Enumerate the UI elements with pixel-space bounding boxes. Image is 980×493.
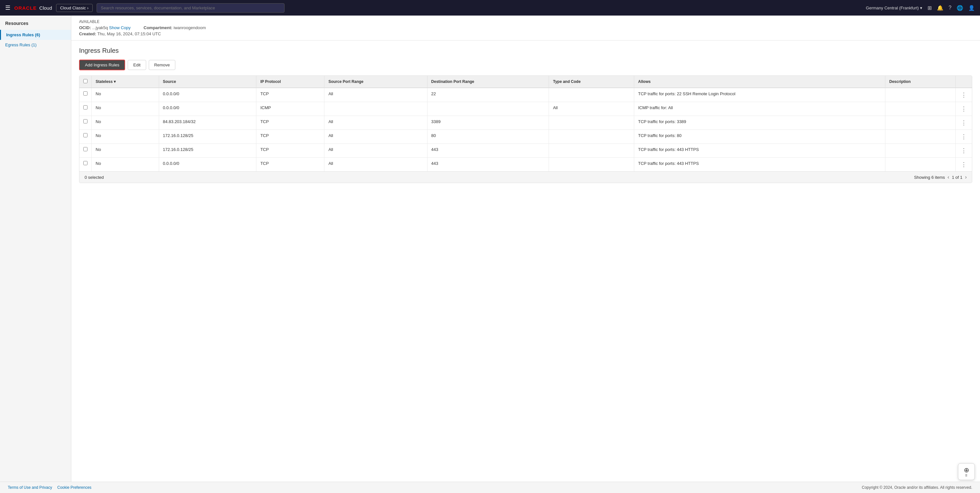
row-ip-protocol-2: TCP bbox=[256, 116, 325, 130]
info-bar: AVAILABLE OCID: ...jyak5q Show Copy Comp… bbox=[71, 16, 980, 41]
row-source-port-range-2: All bbox=[325, 116, 427, 130]
row-description-0 bbox=[885, 88, 955, 102]
table-row: No 0.0.0.0/0 TCP All 443 TCP traffic for… bbox=[80, 158, 972, 172]
add-ingress-rules-button[interactable]: Add Ingress Rules bbox=[79, 60, 125, 70]
row-stateless-4: No bbox=[92, 144, 159, 158]
language-icon[interactable]: 🌐 bbox=[957, 5, 963, 11]
row-checkbox-1[interactable] bbox=[83, 105, 88, 109]
row-checkbox-5[interactable] bbox=[83, 161, 88, 165]
copy-link[interactable]: Copy bbox=[121, 25, 130, 30]
row-type-and-code-4 bbox=[549, 144, 634, 158]
row-destination-port-range-2: 3389 bbox=[427, 116, 549, 130]
help-icon[interactable]: ? bbox=[948, 5, 951, 11]
sidebar-item-egress[interactable]: Egress Rules (1) bbox=[0, 40, 71, 50]
table-row: No 0.0.0.0/0 TCP All 22 TCP traffic for … bbox=[80, 88, 972, 102]
row-destination-port-range-3: 80 bbox=[427, 130, 549, 144]
row-checkbox-cell bbox=[80, 116, 92, 130]
page-info: 1 of 1 bbox=[952, 175, 963, 180]
row-allows-3: TCP traffic for ports: 80 bbox=[634, 130, 885, 144]
cookie-link[interactable]: Cookie Preferences bbox=[57, 485, 91, 490]
row-action-menu-2[interactable]: ⋮ bbox=[959, 119, 968, 126]
search-input[interactable] bbox=[97, 3, 285, 13]
pagination: Showing 6 items ‹ 1 of 1 › bbox=[914, 174, 967, 180]
ingress-rules-section: Ingress Rules Add Ingress Rules Edit Rem… bbox=[71, 41, 980, 190]
col-type-and-code: Type and Code bbox=[549, 76, 634, 88]
region-selector[interactable]: Germany Central (Frankfurt) ▾ bbox=[866, 5, 922, 10]
row-checkbox-cell bbox=[80, 102, 92, 116]
sidebar-item-ingress[interactable]: Ingress Rules (6) bbox=[0, 30, 71, 40]
row-menu-cell-2: ⋮ bbox=[956, 116, 972, 130]
col-source: Source bbox=[159, 76, 256, 88]
row-allows-2: TCP traffic for ports: 3389 bbox=[634, 116, 885, 130]
cloud-classic-label: Cloud Classic › bbox=[60, 5, 89, 10]
cloud-classic-button[interactable]: Cloud Classic › bbox=[56, 4, 93, 12]
sidebar-title: Resources bbox=[0, 21, 71, 30]
table-row: No 172.16.0.128/25 TCP All 443 TCP traff… bbox=[80, 144, 972, 158]
row-allows-5: TCP traffic for ports: 443 HTTPS bbox=[634, 158, 885, 172]
region-chevron: ▾ bbox=[920, 5, 922, 10]
row-ip-protocol-1: ICMP bbox=[256, 102, 325, 116]
oracle-logo: ORACLE Cloud bbox=[14, 5, 52, 11]
help-button[interactable]: ⊕ ⠿ bbox=[958, 463, 975, 480]
row-action-menu-4[interactable]: ⋮ bbox=[959, 147, 968, 154]
row-checkbox-cell bbox=[80, 130, 92, 144]
next-page-button[interactable]: › bbox=[965, 174, 967, 180]
row-type-and-code-2 bbox=[549, 116, 634, 130]
row-action-menu-5[interactable]: ⋮ bbox=[959, 161, 968, 168]
top-navigation: ☰ ORACLE Cloud Cloud Classic › Germany C… bbox=[0, 0, 980, 16]
row-allows-1: ICMP traffic for: All bbox=[634, 102, 885, 116]
copyright-text: Copyright © 2024, Oracle and/or its affi… bbox=[862, 485, 972, 490]
row-action-menu-3[interactable]: ⋮ bbox=[959, 133, 968, 140]
table-header-row: Stateless ▾ Source IP Protocol Source Po… bbox=[80, 76, 972, 88]
row-destination-port-range-4: 443 bbox=[427, 144, 549, 158]
row-checkbox-4[interactable] bbox=[83, 147, 88, 151]
row-checkbox-3[interactable] bbox=[83, 133, 88, 137]
ingress-rules-table-container: Stateless ▾ Source IP Protocol Source Po… bbox=[79, 76, 972, 183]
created-value: Thu, May 16, 2024, 07:15:04 UTC bbox=[97, 32, 161, 36]
footer-links: Terms of Use and Privacy Cookie Preferen… bbox=[8, 485, 91, 490]
row-checkbox-0[interactable] bbox=[83, 91, 88, 95]
compartment-label: Compartment: bbox=[143, 25, 172, 30]
row-menu-cell-5: ⋮ bbox=[956, 158, 972, 172]
table-body: No 0.0.0.0/0 TCP All 22 TCP traffic for … bbox=[80, 88, 972, 171]
row-ip-protocol-4: TCP bbox=[256, 144, 325, 158]
notification-icon[interactable]: 🔔 bbox=[937, 5, 943, 11]
row-source-port-range-4: All bbox=[325, 144, 427, 158]
toolbar: Add Ingress Rules Edit Remove bbox=[79, 60, 972, 70]
row-type-and-code-3 bbox=[549, 130, 634, 144]
row-description-5 bbox=[885, 158, 955, 172]
hamburger-menu-icon[interactable]: ☰ bbox=[5, 4, 10, 11]
terms-link[interactable]: Terms of Use and Privacy bbox=[8, 485, 52, 490]
oracle-text: ORACLE bbox=[14, 5, 37, 11]
row-source-4: 172.16.0.128/25 bbox=[159, 144, 256, 158]
ocid-label: OCID: bbox=[79, 25, 91, 30]
console-icon[interactable]: ⊞ bbox=[928, 5, 932, 11]
edit-button[interactable]: Edit bbox=[128, 60, 146, 70]
col-ip-protocol: IP Protocol bbox=[256, 76, 325, 88]
sidebar: Resources Ingress Rules (6) Egress Rules… bbox=[0, 16, 71, 493]
row-checkbox-2[interactable] bbox=[83, 119, 88, 124]
main-wrapper: Resources Ingress Rules (6) Egress Rules… bbox=[0, 16, 980, 493]
col-stateless[interactable]: Stateless ▾ bbox=[92, 76, 159, 88]
row-action-menu-0[interactable]: ⋮ bbox=[959, 92, 968, 98]
row-stateless-3: No bbox=[92, 130, 159, 144]
remove-button[interactable]: Remove bbox=[149, 60, 175, 70]
row-ip-protocol-0: TCP bbox=[256, 88, 325, 102]
selected-count: 0 selected bbox=[84, 175, 104, 180]
select-all-checkbox[interactable] bbox=[83, 79, 88, 83]
table-row: No 84.83.203.184/32 TCP All 3389 TCP tra… bbox=[80, 116, 972, 130]
prev-page-button[interactable]: ‹ bbox=[948, 174, 949, 180]
row-allows-0: TCP traffic for ports: 22 SSH Remote Log… bbox=[634, 88, 885, 102]
row-action-menu-1[interactable]: ⋮ bbox=[959, 106, 968, 112]
user-avatar[interactable]: 👤 bbox=[968, 5, 975, 11]
row-type-and-code-1: All bbox=[549, 102, 634, 116]
main-content: AVAILABLE OCID: ...jyak5q Show Copy Comp… bbox=[71, 16, 980, 493]
row-source-port-range-1 bbox=[325, 102, 427, 116]
col-actions bbox=[956, 76, 972, 88]
nav-right-section: Germany Central (Frankfurt) ▾ ⊞ 🔔 ? 🌐 👤 bbox=[866, 5, 975, 11]
show-link[interactable]: Show bbox=[109, 25, 120, 30]
row-menu-cell-0: ⋮ bbox=[956, 88, 972, 102]
created-section: Created: Thu, May 16, 2024, 07:15:04 UTC bbox=[79, 32, 972, 36]
region-label: Germany Central (Frankfurt) bbox=[866, 5, 919, 10]
row-source-port-range-0: All bbox=[325, 88, 427, 102]
